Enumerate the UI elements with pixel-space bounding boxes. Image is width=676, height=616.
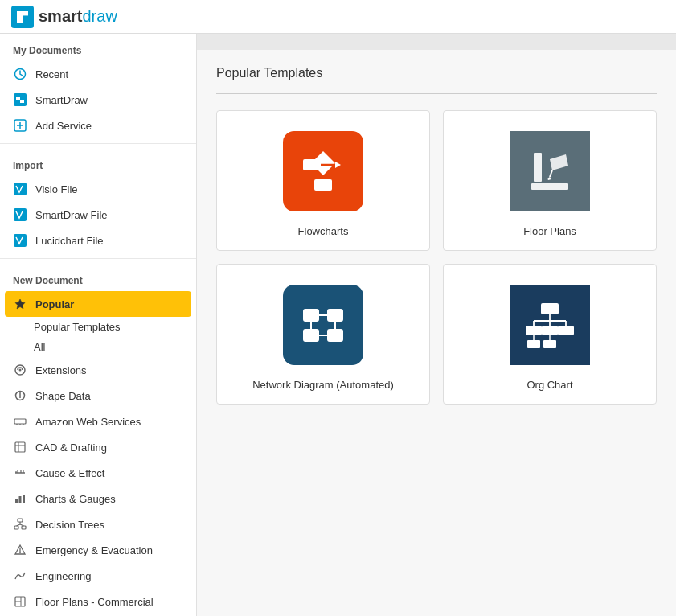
svg-point-15 — [19, 369, 22, 372]
svg-rect-5 — [16, 97, 20, 100]
org-chart-icon — [510, 285, 590, 365]
sidebar: My Documents Recent SmartDraw Add Servic… — [0, 34, 197, 616]
extensions-label: Extensions — [35, 364, 87, 376]
svg-rect-30 — [23, 495, 25, 503]
template-card-network[interactable]: Network Diagram (Automated) — [216, 264, 430, 405]
popular-label: Popular — [35, 298, 74, 310]
network-diagram-icon — [283, 285, 363, 365]
svg-marker-13 — [15, 299, 25, 309]
engineering-label: Engineering — [35, 570, 91, 582]
emergency-icon — [13, 543, 27, 557]
svg-marker-53 — [547, 177, 551, 180]
smartdraw-file-label: SmartDraw File — [35, 209, 108, 221]
main-content: Popular Templates — [197, 34, 676, 616]
svg-line-52 — [550, 170, 552, 177]
sidebar-item-lucidchart[interactable]: Lucidchart File — [0, 228, 196, 253]
cause-effect-label: Cause & Effect — [35, 467, 104, 479]
shape-data-label: Shape Data — [35, 390, 91, 402]
decision-trees-icon — [13, 517, 27, 532]
smartdraw-logo-icon — [11, 6, 34, 28]
floorplan-icon — [510, 131, 590, 211]
svg-point-39 — [19, 552, 21, 554]
charts-label: Charts & Gauges — [35, 493, 116, 505]
visio-label: Visio File — [35, 183, 78, 195]
sidebar-item-floor-plans-commercial[interactable]: Floor Plans - Commercial — [0, 589, 196, 614]
recent-label: Recent — [35, 68, 68, 80]
smartdraw-file-icon — [13, 207, 27, 222]
sidebar-item-shape-data[interactable]: Shape Data — [0, 383, 196, 409]
template-card-org-chart[interactable]: Org Chart — [443, 264, 657, 405]
svg-rect-29 — [19, 496, 22, 503]
template-grid: Flowcharts — [216, 110, 657, 405]
svg-rect-76 — [527, 340, 540, 348]
extensions-icon — [13, 363, 27, 377]
sidebar-item-add-service[interactable]: Add Service — [0, 113, 196, 138]
template-card-flowcharts[interactable]: Flowcharts — [216, 110, 430, 251]
popular-templates-sub-label: Popular Templates — [34, 321, 120, 333]
svg-rect-20 — [15, 442, 25, 452]
org-chart-icon-wrap — [506, 281, 594, 369]
add-service-icon — [13, 118, 27, 133]
svg-rect-2 — [23, 11, 28, 15]
sidebar-item-smartdraw[interactable]: SmartDraw — [0, 87, 196, 113]
svg-rect-72 — [542, 326, 558, 335]
svg-rect-45 — [314, 179, 332, 191]
divider-1 — [0, 143, 196, 144]
svg-rect-70 — [526, 326, 542, 335]
svg-rect-11 — [14, 208, 27, 221]
divider-2 — [0, 258, 196, 259]
import-section: Import — [0, 149, 196, 176]
flowcharts-label: Flowcharts — [298, 225, 349, 237]
floor-plans-commercial-icon — [13, 594, 27, 609]
sidebar-item-decision-trees[interactable]: Decision Trees — [0, 511, 196, 537]
sidebar-item-emergency[interactable]: Emergency & Evacuation — [0, 537, 196, 563]
flowchart-icon — [283, 131, 363, 211]
svg-marker-47 — [335, 162, 341, 168]
svg-rect-32 — [14, 526, 18, 529]
cad-label: CAD & Drafting — [35, 441, 107, 454]
svg-rect-19 — [14, 419, 26, 424]
cad-icon — [13, 440, 27, 454]
new-document-section: New Document — [0, 264, 196, 291]
svg-rect-66 — [541, 303, 559, 314]
lucidchart-icon — [13, 233, 27, 248]
sidebar-item-popular[interactable]: Popular — [5, 291, 191, 317]
shape-data-icon — [13, 388, 27, 403]
sidebar-item-smartdraw-file[interactable]: SmartDraw File — [0, 202, 196, 228]
sidebar-sub-all[interactable]: All — [0, 337, 196, 357]
add-service-label: Add Service — [35, 120, 92, 132]
sidebar-item-extensions[interactable]: Extensions — [0, 357, 196, 383]
floor-plans-label: Floor Plans — [523, 225, 576, 237]
svg-rect-6 — [20, 100, 24, 103]
sidebar-item-aws[interactable]: Amazon Web Services — [0, 409, 196, 434]
sidebar-item-charts[interactable]: Charts & Gauges — [0, 486, 196, 511]
sidebar-item-cause-effect[interactable]: Cause & Effect — [0, 460, 196, 486]
svg-rect-10 — [14, 183, 27, 195]
smartdraw-label: SmartDraw — [35, 94, 88, 106]
floor-plans-commercial-label: Floor Plans - Commercial — [35, 596, 154, 608]
svg-rect-50 — [534, 153, 542, 182]
sidebar-item-engineering[interactable]: Engineering — [0, 563, 196, 589]
svg-rect-33 — [22, 526, 26, 529]
floor-plans-icon-wrap — [506, 127, 594, 216]
cause-effect-icon — [13, 466, 27, 480]
decision-trees-label: Decision Trees — [35, 519, 104, 531]
template-card-floor-plans[interactable]: Floor Plans — [443, 110, 657, 251]
svg-rect-78 — [543, 340, 556, 348]
aws-label: Amazon Web Services — [35, 416, 141, 428]
all-sub-label: All — [34, 341, 45, 353]
svg-rect-12 — [14, 234, 27, 247]
svg-point-18 — [19, 396, 21, 398]
app-header: smartdraw — [0, 0, 676, 34]
sidebar-sub-popular-templates[interactable]: Popular Templates — [0, 317, 196, 337]
charts-icon — [13, 491, 27, 506]
engineering-icon — [13, 569, 27, 583]
logo-text: smartdraw — [39, 7, 117, 26]
sidebar-item-visio[interactable]: Visio File — [0, 176, 196, 202]
svg-rect-49 — [531, 183, 568, 190]
org-chart-label: Org Chart — [526, 379, 572, 391]
svg-rect-28 — [15, 499, 18, 503]
sidebar-item-recent[interactable]: Recent — [0, 61, 196, 87]
sidebar-item-cad[interactable]: CAD & Drafting — [0, 434, 196, 460]
network-icon-wrap — [279, 281, 367, 369]
